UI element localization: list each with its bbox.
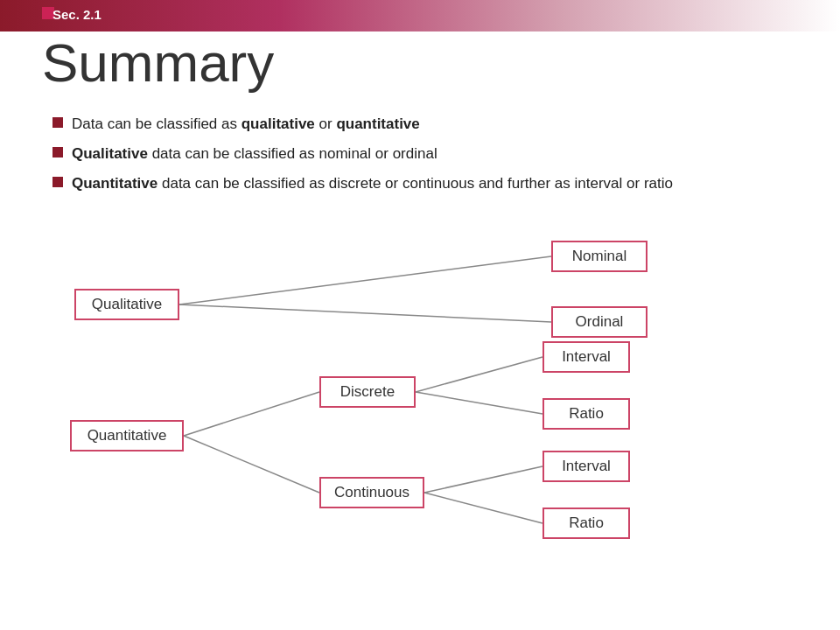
ratio1-box: Ratio — [542, 398, 630, 430]
bullet-list: Data can be classified as qualitative or… — [52, 114, 805, 202]
section-label: Sec. 2.1 — [52, 7, 102, 22]
svg-line-3 — [184, 436, 319, 493]
diagram: Qualitative Nominal Ordinal Quantitative… — [0, 236, 840, 630]
svg-line-2 — [184, 392, 319, 436]
bullet-icon-1 — [52, 117, 63, 128]
page-title: Summary — [42, 32, 274, 94]
bullet-item-1: Data can be classified as qualitative or… — [52, 114, 805, 135]
header-bar: Sec. 2.1 — [0, 0, 840, 32]
bullet-icon-2 — [52, 147, 63, 158]
svg-line-4 — [416, 357, 542, 392]
quantitative-box: Quantitative — [70, 420, 184, 452]
bullet-item-3: Quantitative data can be classified as d… — [52, 173, 805, 194]
interval1-box: Interval — [542, 341, 630, 373]
nominal-box: Nominal — [551, 241, 648, 272]
continuous-box: Continuous — [319, 477, 424, 508]
qualitative-box: Qualitative — [74, 289, 179, 320]
ordinal-box: Ordinal — [551, 306, 648, 338]
bullet-icon-3 — [52, 177, 63, 187]
bullet-text-3: Quantitative data can be classified as d… — [72, 173, 673, 194]
ratio2-box: Ratio — [542, 508, 630, 539]
svg-line-0 — [179, 256, 551, 304]
discrete-box: Discrete — [319, 376, 416, 408]
svg-line-6 — [424, 466, 542, 493]
svg-line-7 — [424, 493, 542, 523]
svg-line-5 — [416, 392, 542, 414]
bullet-text-2: Qualitative data can be classified as no… — [72, 144, 438, 164]
bullet-item-2: Qualitative data can be classified as no… — [52, 144, 805, 164]
svg-line-1 — [179, 304, 551, 322]
interval2-box: Interval — [542, 451, 630, 482]
bullet-text-1: Data can be classified as qualitative or… — [72, 114, 420, 135]
